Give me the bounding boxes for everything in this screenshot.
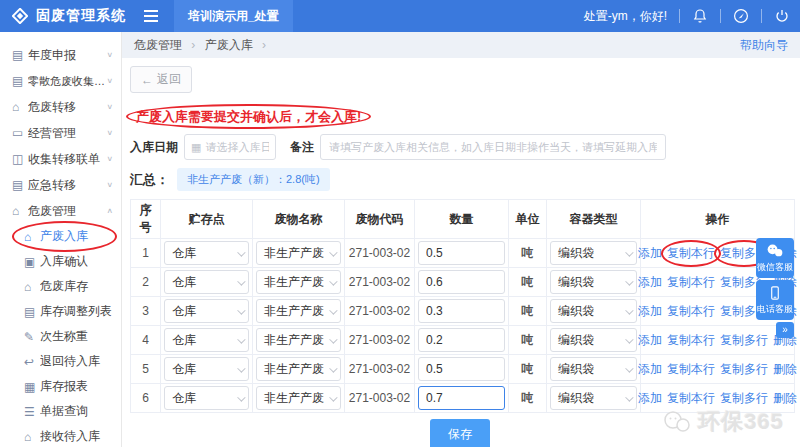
chevron-down-icon <box>237 277 245 285</box>
chevron-down-icon <box>237 393 245 401</box>
waste-code: 271-003-02 <box>345 268 415 297</box>
unit-label: 吨 <box>509 326 547 355</box>
summary-label: 汇总： <box>130 171 169 189</box>
storage-select[interactable]: 仓库 <box>164 270 249 294</box>
back-button[interactable]: ← 返回 <box>130 66 192 93</box>
quantity-input[interactable] <box>418 328 505 352</box>
quantity-input[interactable] <box>418 270 505 294</box>
col-header-waste-code: 废物代码 <box>345 200 415 239</box>
quantity-input[interactable] <box>418 299 505 323</box>
sidebar-item-waste-mgmt[interactable]: ⌂ 危废管理 ∧ <box>0 198 121 224</box>
quantity-input[interactable] <box>418 386 505 410</box>
copy-row-link[interactable]: 复制本行 <box>667 274 715 291</box>
copy-row-link[interactable]: 复制本行 <box>667 246 715 260</box>
add-row-link[interactable]: 添加 <box>638 303 662 320</box>
sidebar-item-return-pending-inbound[interactable]: ↩ 退回待入库 <box>0 349 121 374</box>
sidebar-item-business-mgmt[interactable]: ▭ 经营管理 ∨ <box>0 120 121 146</box>
chevron-down-icon <box>329 248 337 256</box>
breadcrumb-item[interactable]: 危废管理 <box>134 38 182 52</box>
container-select[interactable]: 编织袋 <box>550 328 637 352</box>
copy-multi-link[interactable]: 复制多行 <box>720 361 768 378</box>
storage-select[interactable]: 仓库 <box>164 357 249 381</box>
col-header-no: 序号 <box>131 200 161 239</box>
sidebar-item-annual-report[interactable]: ▤ 年度申报 ∨ <box>0 42 121 68</box>
save-button[interactable]: 保存 <box>430 419 490 447</box>
add-row-link[interactable]: 添加 <box>638 274 662 291</box>
waste-name-select[interactable]: 非生产产废 <box>256 386 341 410</box>
sidebar-item-receive-pending-inbound[interactable]: ⌂ 接收待入库 <box>0 424 121 447</box>
inbound-table: 序号 贮存点 废物名称 废物代码 数量 单位 容器类型 操作 1 仓库 <box>130 199 795 413</box>
breadcrumb-item-current[interactable]: 产废入库 <box>205 38 253 52</box>
sidebar-item-emergency-transfer[interactable]: ▤ 应急转移 ∨ <box>0 172 121 198</box>
add-row-link[interactable]: 添加 <box>638 361 662 378</box>
storage-select[interactable]: 仓库 <box>164 386 249 410</box>
guide-icon[interactable] <box>733 8 749 24</box>
col-header-unit: 单位 <box>509 200 547 239</box>
phone-service-button[interactable]: 电话客服 <box>756 280 794 320</box>
collapse-panel-button[interactable]: » <box>776 322 794 338</box>
container-select[interactable]: 编织袋 <box>550 386 637 410</box>
checklist-icon: ▣ <box>24 255 40 269</box>
sidebar-item-scattered-waste[interactable]: ▤ 零散危废收集填报 ∨ <box>0 68 121 94</box>
logout-power-icon[interactable] <box>774 8 790 24</box>
sidebar-item-stock-adjust-list[interactable]: ▤ 库存调整列表 <box>0 299 121 324</box>
delete-row-link[interactable]: 删除 <box>773 390 797 407</box>
waste-name-select[interactable]: 非生产产废 <box>256 357 341 381</box>
wechat-service-button[interactable]: 微信客服 <box>756 238 794 278</box>
remark-input[interactable] <box>320 134 666 160</box>
waste-name-select[interactable]: 非生产产废 <box>256 299 341 323</box>
add-row-link[interactable]: 添加 <box>638 390 662 407</box>
add-row-link[interactable]: 添加 <box>638 245 662 262</box>
chevron-down-icon: ∨ <box>106 129 113 137</box>
row-number: 3 <box>131 297 161 326</box>
document-icon: ▤ <box>12 48 28 62</box>
help-guide-link[interactable]: 帮助向导 <box>740 37 788 54</box>
sidebar-item-stock-report[interactable]: ▦ 库存报表 <box>0 374 121 399</box>
sidebar-item-waste-transfer[interactable]: ⌂ 危废转移 ∨ <box>0 94 121 120</box>
col-header-quantity: 数量 <box>415 200 509 239</box>
storage-select[interactable]: 仓库 <box>164 241 249 265</box>
inbound-date-picker[interactable]: ▦ <box>184 134 276 160</box>
chevron-down-icon <box>329 364 337 372</box>
tab-active[interactable]: 培训演示用_处置 <box>174 0 293 32</box>
copy-row-link[interactable]: 复制本行 <box>667 361 715 378</box>
copy-row-link[interactable]: 复制本行 <box>667 390 715 407</box>
chevron-down-icon: ∨ <box>106 77 113 85</box>
sidebar-item-document-query[interactable]: ☰ 单据查询 <box>0 399 121 424</box>
copy-row-link[interactable]: 复制本行 <box>667 332 715 349</box>
table-header-row: 序号 贮存点 废物名称 废物代码 数量 单位 容器类型 操作 <box>131 200 795 239</box>
waste-name-select[interactable]: 非生产产废 <box>256 328 341 352</box>
inbound-date-input[interactable] <box>205 141 269 153</box>
chevron-down-icon: ∨ <box>106 51 113 59</box>
building-icon: ⌂ <box>12 100 28 114</box>
table-row: 3 仓库 非生产产废 271-003-02 吨 编织袋 添加 复制本行 复制多行… <box>131 297 795 326</box>
sidebar-item-collection-manifest[interactable]: ◫ 收集转移联单 ∨ <box>0 146 121 172</box>
copy-multi-link[interactable]: 复制多行 <box>720 390 768 407</box>
waste-name-select[interactable]: 非生产产废 <box>256 241 341 265</box>
container-select[interactable]: 编织袋 <box>550 241 637 265</box>
table-row: 5 仓库 非生产产废 271-003-02 吨 编织袋 添加 复制本行 复制多行… <box>131 355 795 384</box>
delete-row-link[interactable]: 删除 <box>773 361 797 378</box>
container-select[interactable]: 编织袋 <box>550 357 637 381</box>
quantity-input[interactable] <box>418 241 505 265</box>
menu-toggle-icon[interactable] <box>144 10 158 22</box>
pencil-icon: ✎ <box>24 330 40 344</box>
container-select[interactable]: 编织袋 <box>550 299 637 323</box>
watermark: 环保365 <box>662 407 784 437</box>
floating-service-stack: 微信客服 电话客服 » <box>756 238 794 338</box>
chevron-up-icon: ∧ <box>106 207 113 215</box>
waste-name-select[interactable]: 非生产产废 <box>256 270 341 294</box>
container-select[interactable]: 编织袋 <box>550 270 637 294</box>
quantity-input[interactable] <box>418 357 505 381</box>
copy-row-link[interactable]: 复制本行 <box>667 303 715 320</box>
storage-select[interactable]: 仓库 <box>164 299 249 323</box>
add-row-link[interactable]: 添加 <box>638 332 662 349</box>
bell-icon[interactable] <box>692 8 708 24</box>
sidebar-item-secondary-weighing[interactable]: ✎ 次生称重 <box>0 324 121 349</box>
sidebar-item-inbound-confirm[interactable]: ▣ 入库确认 <box>0 249 121 274</box>
chevron-down-icon <box>625 248 633 256</box>
sidebar-item-waste-stock[interactable]: ⌂ 危废库存 <box>0 274 121 299</box>
storage-select[interactable]: 仓库 <box>164 328 249 352</box>
sidebar-item-waste-inbound[interactable]: ⌂ 产废入库 <box>0 224 121 249</box>
unit-label: 吨 <box>509 239 547 268</box>
